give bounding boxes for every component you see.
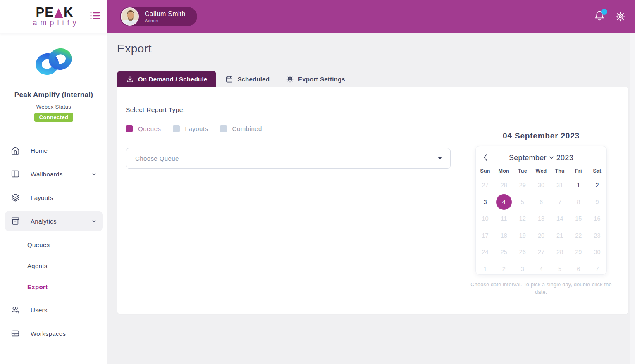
settings-button[interactable] bbox=[615, 11, 626, 22]
tab-label: Export Settings bbox=[298, 76, 345, 83]
download-icon bbox=[126, 75, 134, 83]
calendar-day: 14 bbox=[551, 210, 569, 227]
wallboards-icon bbox=[11, 169, 20, 178]
tab-label: On Demand / Schedule bbox=[138, 76, 207, 83]
calendar-day: 21 bbox=[551, 227, 569, 244]
menu-toggle-icon[interactable] bbox=[89, 11, 101, 22]
gear-icon bbox=[286, 75, 294, 83]
notifications-button[interactable] bbox=[594, 10, 605, 23]
sidebar: PEK amplify bbox=[0, 0, 107, 364]
checkbox-label: Layouts bbox=[185, 125, 208, 132]
scrollbar-track[interactable] bbox=[630, 33, 635, 364]
gear-icon bbox=[615, 11, 626, 22]
chevron-down-icon bbox=[91, 219, 97, 224]
brand-logo[interactable]: PEK amplify bbox=[29, 6, 79, 27]
calendar-day: 29 bbox=[569, 244, 588, 261]
calendar-day: 22 bbox=[569, 227, 588, 244]
brand-triangle-icon bbox=[54, 8, 63, 18]
calendar-day[interactable]: 3 bbox=[476, 194, 494, 211]
users-icon bbox=[11, 305, 20, 314]
calendar-day: 31 bbox=[551, 177, 569, 194]
sidebar-item-label: Home bbox=[31, 147, 48, 154]
report-type-label: Select Report Type: bbox=[126, 106, 185, 114]
calendar-year: 2023 bbox=[556, 154, 573, 162]
checkbox-queues[interactable]: Queues bbox=[126, 125, 161, 132]
calendar-day: 3 bbox=[513, 261, 532, 278]
sidebar-item-label: Users bbox=[31, 307, 48, 314]
queue-select-placeholder: Choose Queue bbox=[135, 155, 179, 162]
calendar-day: 28 bbox=[494, 177, 513, 194]
checkbox-label: Queues bbox=[138, 125, 161, 132]
calendar-day: 7 bbox=[551, 194, 569, 211]
calendar-day: 7 bbox=[588, 261, 606, 278]
calendar: September 2023 SunMonTueWedThuFriSat 272… bbox=[475, 146, 607, 275]
checkbox-layouts[interactable]: Layouts bbox=[173, 125, 208, 132]
calendar-day: 4 bbox=[532, 261, 550, 278]
calendar-day: 5 bbox=[513, 194, 532, 211]
calendar-day: 12 bbox=[513, 210, 532, 227]
calendar-day: 13 bbox=[532, 210, 550, 227]
calendar-day: 28 bbox=[551, 244, 569, 261]
calendar-day: 1 bbox=[476, 261, 494, 278]
calendar-day: 6 bbox=[569, 261, 588, 278]
weekday-label: Sat bbox=[588, 166, 606, 176]
tab-bar: On Demand / Schedule Scheduled Export Se… bbox=[117, 71, 628, 87]
sidebar-subitem-agents[interactable]: Agents bbox=[5, 255, 103, 276]
export-panel: Select Report Type: Queues Layouts Combi… bbox=[117, 87, 628, 314]
sidebar-item-label: Export bbox=[27, 283, 48, 290]
sidebar-subitem-queues[interactable]: Queues bbox=[5, 234, 103, 255]
workspaces-icon bbox=[11, 329, 20, 338]
app-root: PEK amplify bbox=[0, 0, 635, 364]
checkbox-combined[interactable]: Combined bbox=[220, 125, 262, 132]
calendar-prev-button[interactable] bbox=[482, 154, 488, 161]
sidebar-nav: Home Wallboards Layouts bbox=[0, 140, 107, 344]
chevron-down-icon bbox=[91, 171, 97, 177]
calendar-day: 15 bbox=[569, 210, 588, 227]
calendar-day-selected[interactable]: 4 bbox=[494, 194, 513, 211]
checkbox-unchecked-icon bbox=[220, 125, 227, 132]
sidebar-item-wallboards[interactable]: Wallboards bbox=[5, 164, 103, 184]
sidebar-item-analytics[interactable]: Analytics bbox=[5, 211, 103, 231]
sidebar-item-users[interactable]: Users bbox=[5, 300, 103, 320]
calendar-day: 8 bbox=[569, 194, 588, 211]
layouts-icon bbox=[11, 193, 20, 202]
tab-scheduled[interactable]: Scheduled bbox=[217, 71, 278, 87]
calendar-month-select[interactable]: September bbox=[509, 154, 547, 162]
calendar-day: 16 bbox=[588, 210, 606, 227]
sidebar-item-label: Wallboards bbox=[31, 171, 62, 178]
sidebar-item-home[interactable]: Home bbox=[5, 140, 103, 161]
tab-on-demand-schedule[interactable]: On Demand / Schedule bbox=[117, 71, 216, 87]
calendar-days: 2728293031123456789101112131415161718192… bbox=[476, 177, 606, 277]
calendar-day: 27 bbox=[532, 244, 550, 261]
calendar-day: 5 bbox=[551, 261, 569, 278]
calendar-day: 26 bbox=[513, 244, 532, 261]
user-menu[interactable]: Callum Smith Admin bbox=[120, 7, 197, 26]
calendar-hint: Choose date interval. To pick a single d… bbox=[465, 281, 617, 296]
tab-export-settings[interactable]: Export Settings bbox=[278, 71, 353, 87]
calendar-day: 17 bbox=[476, 227, 494, 244]
calendar-day[interactable]: 1 bbox=[569, 177, 588, 194]
calendar-day[interactable]: 2 bbox=[588, 177, 606, 194]
org-logo bbox=[32, 44, 75, 79]
calendar-day: 6 bbox=[532, 194, 550, 211]
calendar-day: 18 bbox=[494, 227, 513, 244]
calendar-icon bbox=[225, 75, 233, 83]
weekday-label: Wed bbox=[532, 166, 550, 176]
sidebar-item-layouts[interactable]: Layouts bbox=[5, 187, 103, 208]
weekday-label: Tue bbox=[513, 166, 532, 176]
org-name: Peak Amplify (internal) bbox=[0, 91, 107, 99]
sidebar-item-workspaces[interactable]: Workspaces bbox=[5, 323, 103, 344]
queue-select[interactable]: Choose Queue bbox=[126, 148, 451, 169]
chevron-down-icon bbox=[549, 156, 554, 159]
content-area: Export On Demand / Schedule Scheduled Ex… bbox=[107, 33, 635, 364]
sidebar-item-label: Layouts bbox=[31, 194, 53, 201]
calendar-day: 30 bbox=[532, 177, 550, 194]
sidebar-subitem-export[interactable]: Export bbox=[5, 276, 103, 297]
avatar bbox=[121, 7, 139, 26]
user-name: Callum Smith bbox=[145, 10, 186, 18]
weekday-label: Mon bbox=[494, 166, 513, 176]
brand-amplify: amplify bbox=[29, 19, 79, 27]
select-caret-icon bbox=[438, 157, 442, 159]
sidebar-item-label: Analytics bbox=[31, 218, 57, 225]
brand-text-pre: PE bbox=[36, 6, 54, 19]
